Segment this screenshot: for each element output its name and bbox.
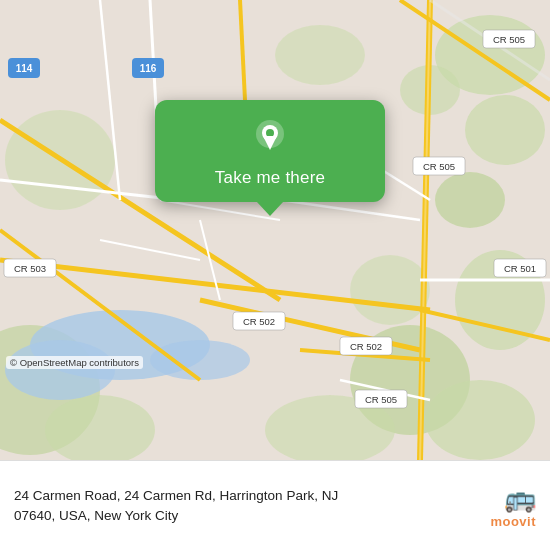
moovit-logo: 🚌 moovit (490, 483, 536, 529)
svg-text:CR 505: CR 505 (423, 161, 455, 172)
svg-text:CR 505: CR 505 (365, 394, 397, 405)
svg-text:CR 503: CR 503 (14, 263, 46, 274)
svg-text:CR 501: CR 501 (504, 263, 536, 274)
popup-card: Take me there (155, 100, 385, 202)
map-container: 114 116 CR 505 CR 505 CR 503 CR 501 CR 5… (0, 0, 550, 460)
svg-point-4 (435, 172, 505, 228)
svg-text:CR 502: CR 502 (243, 316, 275, 327)
moovit-icon: 🚌 (504, 483, 536, 514)
svg-point-3 (465, 95, 545, 165)
svg-point-13 (350, 255, 430, 325)
svg-point-16 (150, 340, 250, 380)
svg-point-58 (266, 129, 274, 137)
osm-attribution: © OpenStreetMap contributors (6, 356, 143, 369)
svg-text:CR 505: CR 505 (493, 34, 525, 45)
svg-text:CR 502: CR 502 (350, 341, 382, 352)
svg-text:114: 114 (16, 63, 33, 74)
svg-point-12 (275, 25, 365, 85)
take-me-there-button[interactable]: Take me there (215, 168, 325, 188)
svg-point-15 (5, 340, 115, 400)
location-pin-icon (248, 116, 292, 160)
address-text: 24 Carmen Road, 24 Carmen Rd, Harrington… (14, 486, 480, 525)
info-bar: 24 Carmen Road, 24 Carmen Rd, Harrington… (0, 460, 550, 550)
svg-point-7 (425, 380, 535, 460)
moovit-label: moovit (490, 514, 536, 529)
svg-text:116: 116 (140, 63, 157, 74)
